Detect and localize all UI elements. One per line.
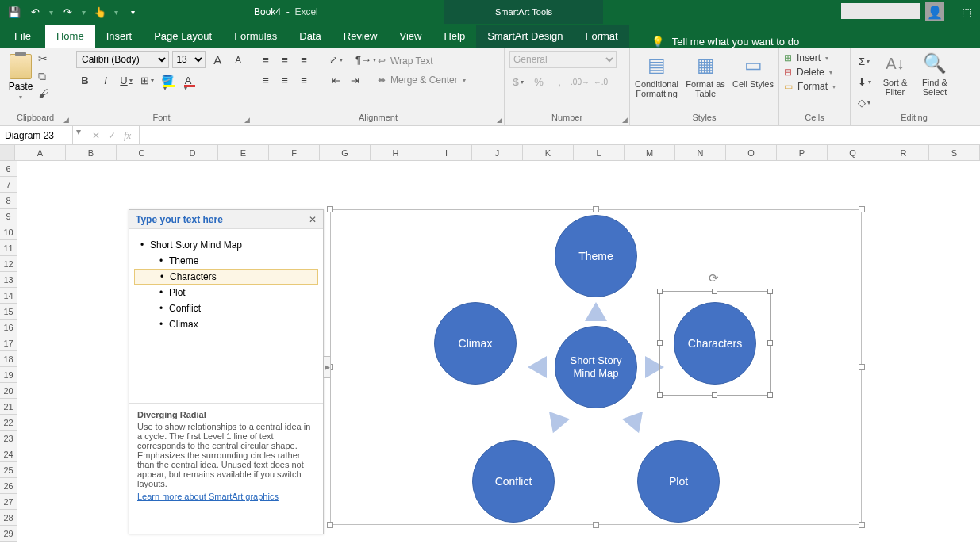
name-box[interactable]: Diagram 23	[0, 126, 73, 144]
format-as-table-button[interactable]: ▦ Format as Table	[685, 52, 726, 98]
row-header[interactable]: 11	[0, 240, 17, 256]
conditional-formatting-button[interactable]: ▤ Conditional Formatting	[635, 52, 678, 98]
align-right-icon[interactable]: ≡	[295, 71, 313, 89]
smartart-shape-theme[interactable]: Theme	[555, 215, 637, 297]
format-cells-button[interactable]: ▭Format▾	[784, 81, 845, 92]
alignment-launcher-icon[interactable]: ◢	[497, 116, 502, 124]
font-color-button[interactable]: A	[179, 71, 197, 89]
row-header[interactable]: 8	[0, 193, 17, 209]
enter-formula-icon[interactable]: ✓	[108, 130, 116, 141]
italic-button[interactable]: I	[97, 71, 114, 89]
cell-styles-button[interactable]: ▭ Cell Styles	[732, 52, 774, 89]
close-icon[interactable]: ✕	[309, 214, 317, 225]
decrease-indent-icon[interactable]: ⇤	[327, 71, 344, 89]
align-bottom-icon[interactable]: ≡	[295, 51, 313, 68]
row-header[interactable]: 10	[0, 224, 17, 240]
autosum-icon[interactable]: Σ	[855, 52, 873, 70]
tab-data[interactable]: Data	[288, 25, 332, 48]
decrease-decimal-icon[interactable]: ←.0	[592, 73, 609, 90]
column-header[interactable]: P	[777, 145, 828, 160]
column-header[interactable]: G	[320, 145, 371, 160]
column-header[interactable]: D	[167, 145, 218, 160]
clear-icon[interactable]: ◇	[855, 94, 873, 111]
user-signin-box[interactable]	[841, 3, 920, 19]
increase-indent-icon[interactable]: ⇥	[346, 71, 363, 89]
row-header[interactable]: 27	[0, 494, 17, 510]
row-header[interactable]: 22	[0, 415, 17, 431]
row-header[interactable]: 9	[0, 209, 17, 224]
row-header[interactable]: 7	[0, 177, 17, 193]
touch-mode-icon[interactable]: 👆	[94, 6, 106, 18]
cancel-formula-icon[interactable]: ✕	[92, 130, 100, 141]
font-launcher-icon[interactable]: ◢	[244, 116, 250, 124]
formula-input[interactable]	[140, 126, 980, 144]
row-header[interactable]: 18	[0, 351, 17, 367]
number-format-select[interactable]: General	[509, 51, 617, 68]
fill-color-button[interactable]: 🪣	[159, 71, 176, 89]
tab-formulas[interactable]: Formulas	[223, 25, 288, 48]
column-header[interactable]: N	[675, 145, 726, 160]
column-header[interactable]: M	[625, 145, 675, 160]
undo-icon[interactable]: ↶	[29, 6, 41, 18]
fill-icon[interactable]: ⬇	[855, 73, 873, 90]
name-box-dropdown-icon[interactable]: ▾	[73, 126, 84, 144]
row-header[interactable]: 29	[0, 526, 17, 542]
sort-filter-button[interactable]: A↓ Sort & Filter	[878, 51, 913, 111]
column-header[interactable]: J	[472, 145, 523, 160]
qat-customize-icon[interactable]: ▾	[126, 6, 139, 18]
row-header[interactable]: 13	[0, 272, 17, 288]
column-header[interactable]: B	[66, 145, 117, 160]
row-header[interactable]: 25	[0, 462, 17, 478]
row-header[interactable]: 12	[0, 256, 17, 272]
text-pane-item[interactable]: Climax	[134, 316, 318, 332]
align-left-icon[interactable]: ≡	[257, 71, 275, 89]
wrap-text-button[interactable]: ↩ Wrap Text	[378, 56, 466, 67]
row-header[interactable]: 6	[0, 161, 17, 177]
column-header[interactable]: L	[574, 145, 625, 160]
find-select-button[interactable]: 🔍 Find & Select	[917, 51, 952, 111]
column-header[interactable]: A	[15, 145, 66, 160]
column-header[interactable]: R	[878, 145, 929, 160]
merge-center-button[interactable]: ⬌ Merge & Center ▾	[378, 75, 466, 86]
row-header[interactable]: 15	[0, 304, 17, 320]
tab-insert[interactable]: Insert	[95, 25, 144, 48]
tab-smartart-design[interactable]: SmartArt Design	[476, 25, 574, 48]
tab-review[interactable]: Review	[332, 25, 389, 48]
tab-help[interactable]: Help	[432, 25, 476, 48]
column-header[interactable]: F	[269, 145, 320, 160]
smartart-canvas[interactable]: ▶ Short Story Mind Map Theme Characters …	[330, 209, 862, 525]
paste-button[interactable]: Paste ▾	[5, 51, 37, 111]
percent-icon[interactable]: %	[530, 73, 548, 90]
ribbon-display-options-icon[interactable]: ⬚	[962, 6, 972, 18]
row-header[interactable]: 24	[0, 446, 17, 462]
user-avatar-icon[interactable]: 👤	[925, 2, 944, 21]
insert-cells-button[interactable]: ⊞Insert▾	[784, 52, 845, 63]
row-header[interactable]: 17	[0, 335, 17, 351]
number-launcher-icon[interactable]: ◢	[622, 116, 628, 124]
rotation-handle-icon[interactable]: ⟳	[709, 271, 719, 285]
borders-button[interactable]: ⊞	[138, 71, 156, 89]
row-header[interactable]: 26	[0, 478, 17, 494]
tab-file[interactable]: File	[0, 25, 45, 48]
font-size-select[interactable]: 13	[172, 51, 206, 68]
accounting-format-icon[interactable]: $	[509, 73, 527, 90]
clipboard-launcher-icon[interactable]: ◢	[63, 116, 69, 124]
fx-icon[interactable]: fx	[124, 129, 131, 142]
tab-home[interactable]: Home	[45, 25, 95, 48]
smartart-shape-conflict[interactable]: Conflict	[472, 440, 555, 523]
align-center-icon[interactable]: ≡	[276, 71, 294, 89]
bold-button[interactable]: B	[76, 71, 94, 89]
row-header[interactable]: 14	[0, 288, 17, 304]
copy-icon[interactable]: ⧉	[38, 70, 52, 82]
text-pane-toggle-icon[interactable]: ▶	[323, 356, 331, 378]
column-header[interactable]: K	[523, 145, 574, 160]
orientation-icon[interactable]: ⤢	[327, 51, 344, 68]
tell-me-search[interactable]: 💡 Tell me what you want to do	[629, 36, 799, 48]
text-pane-item[interactable]: Theme	[134, 253, 318, 269]
text-pane-item[interactable]: Characters	[134, 269, 318, 285]
column-header[interactable]: E	[218, 145, 269, 160]
increase-decimal-icon[interactable]: .00→	[571, 73, 589, 90]
column-header[interactable]: S	[929, 145, 980, 160]
cut-icon[interactable]: ✂	[38, 52, 52, 65]
row-header[interactable]: 28	[0, 510, 17, 526]
